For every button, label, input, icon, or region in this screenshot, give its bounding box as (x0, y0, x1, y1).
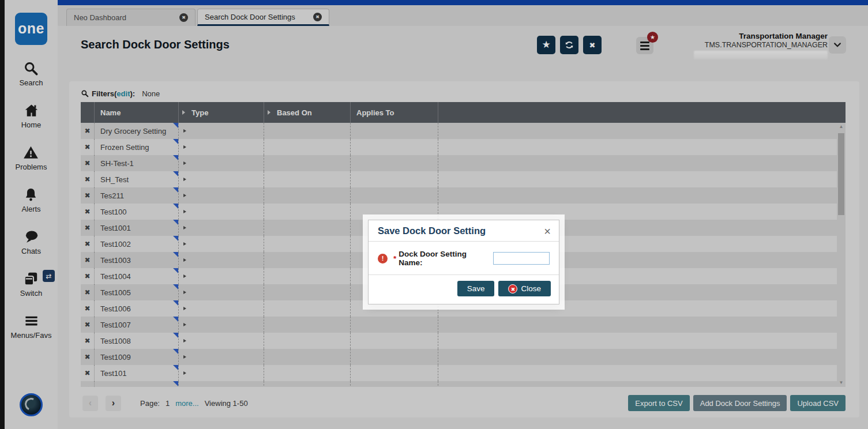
dialog-title: Save Dock Door Setting (378, 225, 486, 236)
required-alert-icon: ! (378, 254, 388, 264)
dock-door-setting-name-label: Dock Door Setting Name: (399, 250, 490, 267)
save-button[interactable]: Save (457, 281, 495, 296)
dialog-header: Save Dock Door Setting × (369, 220, 559, 242)
required-asterisk: * (393, 254, 396, 263)
modal-backdrop (0, 0, 868, 429)
close-circle-icon: ✖ (508, 284, 517, 293)
save-dock-door-setting-dialog: Save Dock Door Setting × ! * Dock Door S… (368, 220, 559, 304)
app-window: one Search Home Problems (0, 0, 868, 429)
dialog-close-icon[interactable]: × (544, 227, 551, 236)
dock-door-setting-name-input[interactable] (493, 252, 550, 265)
close-button[interactable]: ✖ Close (498, 281, 551, 296)
dialog-footer: Save ✖ Close (369, 275, 559, 304)
dialog-body: ! * Dock Door Setting Name: (369, 242, 559, 275)
